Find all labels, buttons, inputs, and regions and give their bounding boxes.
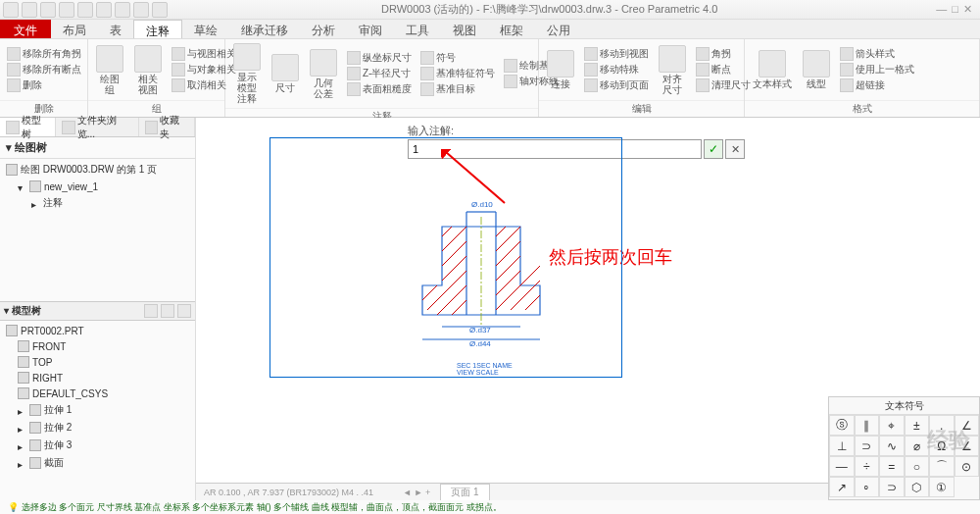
view-item[interactable]: ▾new_view_1 xyxy=(2,179,193,194)
titlebar: DRW0003 (活动的) - F:\腾峰学习\drw0003.drw.3 - … xyxy=(0,0,980,20)
remove-corners-button[interactable]: 移除所有角拐 xyxy=(4,46,84,62)
extrude-icon xyxy=(29,439,41,451)
maximize-button[interactable]: □ xyxy=(952,3,958,16)
undo-icon[interactable] xyxy=(77,2,93,18)
datum-feature-button[interactable]: 基准特征符号 xyxy=(417,66,498,81)
expand-icon[interactable]: ▸ xyxy=(31,199,40,208)
expand-icon[interactable]: ▸ xyxy=(18,459,26,468)
expand-icon[interactable]: ▸ xyxy=(18,406,26,415)
geom-tol-button[interactable]: 几何公差 xyxy=(306,47,341,101)
show-model-notes-button[interactable]: 显示模型 注释 xyxy=(229,41,265,106)
tree-item-front[interactable]: FRONT xyxy=(2,338,193,354)
draw-group-button[interactable]: 绘图组 xyxy=(92,43,127,97)
tree-item-extrude1[interactable]: ▸拉伸 1 xyxy=(2,401,193,419)
tree-settings-icon[interactable] xyxy=(161,304,174,318)
symbol-cell[interactable]: ∘ xyxy=(855,477,880,497)
symbol-cell[interactable]: ⌒ xyxy=(929,456,955,477)
tab-frame[interactable]: 框架 xyxy=(488,20,535,38)
symbol-cell[interactable]: ① xyxy=(929,477,955,497)
file-menu[interactable]: 文件 xyxy=(0,20,51,38)
remove-breaks-button[interactable]: 移除所有断点 xyxy=(4,62,84,77)
tab-review[interactable]: 审阅 xyxy=(347,20,394,38)
refresh-icon[interactable] xyxy=(115,2,130,18)
close-win-icon[interactable] xyxy=(152,2,168,18)
tab-tools[interactable]: 工具 xyxy=(394,20,441,38)
tab-common[interactable]: 公用 xyxy=(535,20,582,38)
close-button[interactable]: ✕ xyxy=(963,3,972,16)
input-confirm-button[interactable]: ✓ xyxy=(704,139,723,159)
page-tab[interactable]: 页面 1 xyxy=(440,484,489,501)
open-icon[interactable] xyxy=(40,2,56,18)
part-icon xyxy=(6,325,18,336)
ribbon-group-bianji-label: 编辑 xyxy=(539,100,744,117)
use-prev-format-button[interactable]: 使用上一格式 xyxy=(837,62,917,77)
tab-layout[interactable]: 布局 xyxy=(51,20,98,38)
tab-sketch[interactable]: 草绘 xyxy=(182,20,229,38)
sidebar-tab-modeltree[interactable]: 模型树 xyxy=(0,118,56,136)
symbol-cell[interactable]: ⊃ xyxy=(879,477,905,497)
redo-icon[interactable] xyxy=(96,2,112,18)
move-to-view-button[interactable]: 移动到视图 xyxy=(581,46,652,62)
symbol-cell[interactable]: ⌀ xyxy=(905,436,930,456)
related-view-button[interactable]: 相关视图 xyxy=(130,43,166,97)
symbol-cell[interactable]: ÷ xyxy=(855,456,880,477)
symbol-cell[interactable]: — xyxy=(829,456,855,477)
symbol-cell[interactable]: ⊃ xyxy=(855,436,880,456)
symbol-cell[interactable]: ○ xyxy=(905,456,930,477)
symbol-cell[interactable]: ⬡ xyxy=(905,477,930,497)
save-icon[interactable] xyxy=(59,2,74,18)
expand-icon[interactable]: ▸ xyxy=(18,441,26,450)
tab-inherit[interactable]: 继承迁移 xyxy=(229,20,300,38)
minimize-button[interactable]: — xyxy=(936,3,947,16)
annotation-item[interactable]: ▸注释 xyxy=(2,194,193,212)
symbol-button[interactable]: 符号 xyxy=(417,50,498,66)
tree-item-section[interactable]: ▸截面 xyxy=(2,454,193,472)
surface-finish-button[interactable]: 表面粗糙度 xyxy=(344,81,415,97)
symbol-cell[interactable]: ⓢ xyxy=(829,415,855,436)
connect-button[interactable]: 连接 xyxy=(543,48,578,91)
expand-icon[interactable]: ▸ xyxy=(18,424,26,433)
tab-table[interactable]: 表 xyxy=(98,20,133,38)
datum-target-button[interactable]: 基准目标 xyxy=(417,81,498,97)
z-radius-button[interactable]: Z-半径尺寸 xyxy=(344,66,415,81)
symbol-cell[interactable]: ↗ xyxy=(829,477,855,497)
new-icon[interactable] xyxy=(22,2,37,18)
symbol-cell[interactable]: ∥ xyxy=(855,415,880,436)
symbol-cell[interactable]: ± xyxy=(905,415,930,436)
symbol-cell[interactable]: ∿ xyxy=(879,436,905,456)
datum-icon xyxy=(18,340,29,352)
windows-icon[interactable] xyxy=(133,2,149,18)
hyperlink-button[interactable]: 超链接 xyxy=(837,77,917,93)
tree-filter-icon[interactable] xyxy=(144,304,158,318)
part-item[interactable]: PRT0002.PRT xyxy=(2,323,193,338)
tree-item-top[interactable]: TOP xyxy=(2,354,193,370)
tree-item-csys[interactable]: DEFAULT_CSYS xyxy=(2,386,193,401)
tree-item-extrude3[interactable]: ▸拉伸 3 xyxy=(2,437,193,454)
ordinate-dim-button[interactable]: 纵坐标尺寸 xyxy=(344,50,415,66)
tree-item-right[interactable]: RIGHT xyxy=(2,370,193,386)
section-icon xyxy=(29,457,41,469)
linetype-button[interactable]: 线型 xyxy=(799,48,834,91)
tree-item-extrude2[interactable]: ▸拉伸 2 xyxy=(2,419,193,437)
dimension-button[interactable]: 尺寸 xyxy=(268,52,303,95)
tab-annotate[interactable]: 注释 xyxy=(133,20,182,38)
symbol-cell[interactable]: = xyxy=(879,456,905,477)
move-special-button[interactable]: 移动特殊 xyxy=(581,62,652,77)
align-dim-button[interactable]: 对齐尺寸 xyxy=(655,43,690,97)
collapse-icon[interactable]: ▾ xyxy=(18,182,26,191)
symbol-cell[interactable]: ⊥ xyxy=(829,436,855,456)
delete-button[interactable]: 删除 xyxy=(4,77,84,93)
text-style-button[interactable]: 文本样式 xyxy=(749,48,796,91)
tree-show-icon[interactable] xyxy=(177,304,191,318)
app-icon[interactable] xyxy=(3,2,19,18)
input-cancel-button[interactable]: ✕ xyxy=(725,139,745,159)
arrow-style-button[interactable]: 箭头样式 xyxy=(837,46,917,62)
symbol-cell[interactable]: ⊙ xyxy=(955,456,980,477)
symbol-cell[interactable]: ⌖ xyxy=(879,415,905,436)
move-to-page-button[interactable]: 移动到页面 xyxy=(581,77,652,93)
sidebar-tab-browser[interactable]: 文件夹浏览... xyxy=(56,118,139,136)
drawing-page-item[interactable]: 绘图 DRW0003.DRW 的第 1 页 xyxy=(2,161,193,179)
sidebar-tab-favorites[interactable]: 收藏夹 xyxy=(139,118,195,136)
tab-analysis[interactable]: 分析 xyxy=(300,20,347,38)
tab-view[interactable]: 视图 xyxy=(441,20,488,38)
